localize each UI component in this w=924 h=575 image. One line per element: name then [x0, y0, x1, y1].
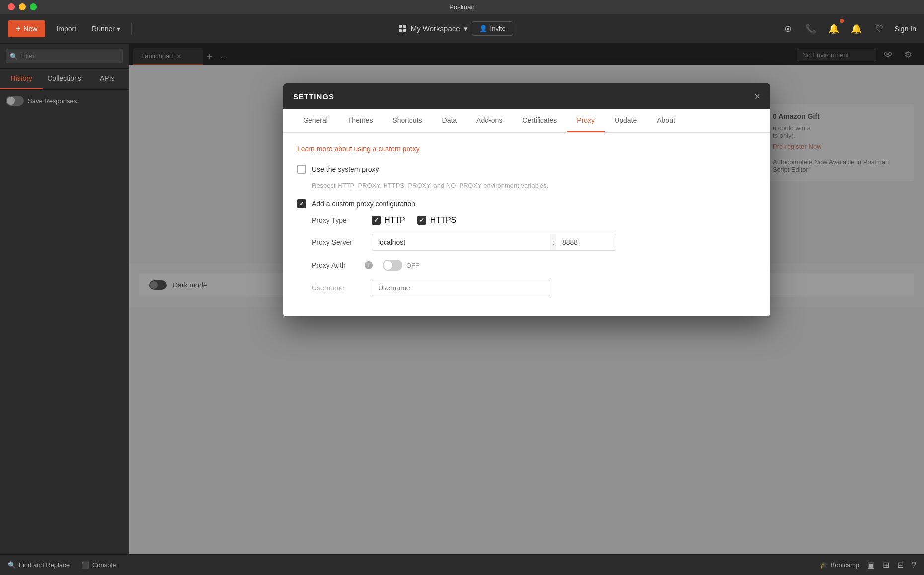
invite-icon: 👤 — [479, 25, 487, 32]
tab-about[interactable]: About — [647, 109, 685, 132]
phone-icon-button[interactable]: 📞 — [803, 21, 819, 37]
sidebar-tab-collections[interactable]: Collections — [43, 69, 85, 89]
dropdown-icon: ▾ — [117, 25, 120, 33]
find-replace-label: Find and Replace — [19, 561, 70, 569]
sidebar: 🔍 History Collections APIs Save Response… — [0, 44, 129, 554]
http-label: HTTP — [385, 216, 405, 225]
status-bar-right: 🎓 Bootcamp ▣ ⊞ ⊟ ? — [820, 560, 916, 570]
sign-in-button[interactable]: Sign In — [894, 25, 916, 33]
bell-icon-button[interactable]: 🔔 — [848, 21, 864, 37]
sidebar-tab-apis[interactable]: APIs — [86, 69, 129, 89]
custom-proxy-label: Add a custom proxy configuration — [312, 200, 415, 208]
tab-shortcuts[interactable]: Shortcuts — [383, 109, 432, 132]
proxy-auth-toggle: OFF — [383, 260, 419, 271]
save-responses-toggle[interactable] — [6, 96, 24, 106]
tab-proxy[interactable]: Proxy — [567, 109, 605, 132]
sidebar-search-area: 🔍 — [0, 44, 129, 69]
https-checkbox[interactable] — [417, 216, 426, 225]
new-button-label: New — [23, 25, 37, 33]
username-row: Username — [312, 280, 756, 296]
main-area: 🔍 History Collections APIs Save Response… — [0, 44, 924, 554]
toolbar-center: My Workspace ▾ 👤 Invite — [138, 21, 774, 36]
proxy-auth-info-icon: i — [365, 261, 373, 269]
satellite-icon-button[interactable]: ⊗ — [780, 21, 796, 37]
tab-themes[interactable]: Themes — [338, 109, 383, 132]
proxy-type-label: Proxy Type — [312, 216, 362, 224]
proxy-auth-toggle-switch[interactable] — [383, 260, 402, 271]
username-input[interactable] — [372, 280, 550, 296]
proxy-type-options: HTTP HTTPS — [372, 216, 456, 225]
modal-tabs: General Themes Shortcuts Data Add-ons Ce… — [283, 109, 770, 133]
proxy-auth-row: Proxy Auth i OFF — [312, 260, 756, 271]
invite-button[interactable]: 👤 Invite — [472, 21, 513, 36]
toggle-switch-knob — [384, 261, 392, 270]
toolbar-separator — [131, 23, 132, 35]
help-icon-button[interactable]: ? — [912, 561, 916, 570]
workspace-label: My Workspace — [411, 24, 460, 33]
proxy-server-row: Proxy Server : — [312, 234, 756, 251]
https-option: HTTPS — [417, 216, 456, 225]
username-label: Username — [312, 284, 362, 292]
status-bar: 🔍 Find and Replace ⬛ Console 🎓 Bootcamp … — [0, 554, 924, 575]
runner-label: Runner — [92, 25, 115, 33]
proxy-auth-state-label: OFF — [406, 262, 419, 269]
bootcamp-button[interactable]: 🎓 Bootcamp — [820, 561, 860, 569]
grid-icon-button[interactable]: ⊟ — [897, 560, 904, 570]
search-wrapper: 🔍 — [6, 49, 123, 63]
tab-addons[interactable]: Add-ons — [466, 109, 512, 132]
modal-close-button[interactable]: × — [754, 91, 760, 101]
layout-icon-button[interactable]: ▣ — [867, 560, 875, 570]
notification-button-wrapper: 🔔 — [826, 21, 842, 37]
modal-body: Learn more about using a custom proxy Us… — [283, 133, 770, 316]
search-icon: 🔍 — [10, 52, 18, 60]
search-icon: 🔍 — [8, 561, 16, 569]
content-wrapper: Launchpad × + ··· No Environment 👁 ⚙ — [129, 44, 924, 554]
http-option: HTTP — [372, 216, 405, 225]
heart-icon-button[interactable]: ♡ — [871, 21, 887, 37]
system-proxy-sublabel: Respect HTTP_PROXY, HTTPS_PROXY, and NO_… — [312, 182, 756, 189]
custom-proxy-option: Add a custom proxy configuration — [297, 199, 756, 208]
system-proxy-checkbox[interactable] — [297, 165, 306, 174]
sidebar-content: Save Responses — [0, 90, 129, 554]
system-proxy-option: Use the system proxy — [297, 165, 756, 174]
traffic-lights — [8, 3, 37, 10]
new-button[interactable]: + New — [8, 20, 45, 37]
learn-more-link[interactable]: Learn more about using a custom proxy — [297, 145, 420, 153]
sidebar-tab-history[interactable]: History — [0, 69, 43, 89]
tab-data[interactable]: Data — [432, 109, 467, 132]
custom-proxy-checkbox[interactable] — [297, 199, 306, 208]
split-icon-button[interactable]: ⊞ — [883, 560, 889, 570]
modal-header: SETTINGS × — [283, 83, 770, 109]
proxy-auth-label-group: Proxy Auth i — [312, 261, 373, 269]
import-button[interactable]: Import — [51, 22, 81, 36]
save-responses-row: Save Responses — [6, 96, 123, 106]
workspace-icon — [399, 25, 407, 33]
console-button[interactable]: ⬛ Console — [81, 561, 116, 569]
system-proxy-checkbox-wrapper: Use the system proxy — [297, 165, 379, 174]
proxy-type-row: Proxy Type HTTP HTTPS — [312, 216, 756, 225]
title-bar: Postman — [0, 0, 924, 14]
window-title: Postman — [449, 3, 474, 11]
find-replace-button[interactable]: 🔍 Find and Replace — [8, 561, 70, 569]
notification-button[interactable]: 🔔 — [826, 21, 842, 37]
tab-general[interactable]: General — [293, 109, 338, 132]
toolbar: + New Import Runner ▾ My Workspace ▾ 👤 I… — [0, 14, 924, 44]
proxy-auth-label: Proxy Auth — [312, 261, 362, 269]
search-input[interactable] — [6, 49, 123, 63]
tab-update[interactable]: Update — [605, 109, 647, 132]
tab-certificates[interactable]: Certificates — [512, 109, 567, 132]
http-checkbox[interactable] — [372, 216, 381, 225]
notification-badge — [840, 19, 844, 23]
console-icon: ⬛ — [81, 561, 89, 569]
toggle-knob — [7, 97, 15, 105]
proxy-port-input[interactable] — [556, 234, 616, 251]
minimize-button[interactable] — [19, 3, 26, 10]
maximize-button[interactable] — [30, 3, 37, 10]
runner-button[interactable]: Runner ▾ — [87, 22, 125, 36]
save-responses-label: Save Responses — [28, 97, 77, 105]
close-button[interactable] — [8, 3, 15, 10]
proxy-host-input[interactable] — [372, 234, 550, 251]
bootcamp-icon: 🎓 — [820, 561, 828, 569]
workspace-button[interactable]: My Workspace ▾ — [399, 24, 468, 33]
modal-overlay[interactable]: SETTINGS × General Themes Shortcuts Data… — [129, 44, 924, 554]
